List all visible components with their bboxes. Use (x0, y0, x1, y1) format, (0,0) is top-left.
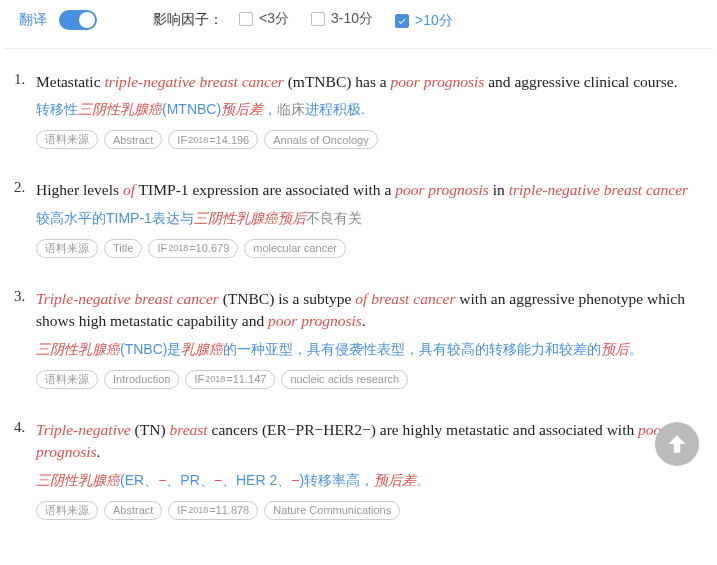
impact-factor-checkbox[interactable]: 3-10分 (311, 10, 373, 28)
chinese-translation: 三阴性乳腺癌(TNBC)是乳腺癌的一种亚型，具有侵袭性表型，具有较高的转移能力和… (36, 339, 695, 360)
tag-journal[interactable]: Nature Communications (264, 501, 400, 520)
tag-if[interactable]: IF2018=10.679 (148, 239, 238, 258)
result-tags: 语料来源IntroductionIF2018=11.147nucleic aci… (36, 370, 695, 389)
english-sentence: Metastatic triple-negative breast cancer… (36, 71, 695, 93)
result-body: Metastatic triple-negative breast cancer… (36, 71, 695, 149)
result-item: 3.Triple-negative breast cancer (TNBC) i… (14, 274, 695, 405)
tag-section[interactable]: Abstract (104, 501, 162, 520)
result-number: 4. (14, 419, 36, 520)
tag-source[interactable]: 语料来源 (36, 370, 98, 389)
tag-source[interactable]: 语料来源 (36, 239, 98, 258)
result-tags: 语料来源AbstractIF2018=11.878Nature Communic… (36, 501, 695, 520)
results-list: 1.Metastatic triple-negative breast canc… (4, 49, 713, 536)
chinese-translation: 较高水平的TIMP-1表达与三阴性乳腺癌预后不良有关 (36, 208, 695, 229)
checkbox-icon (395, 14, 409, 28)
tag-section[interactable]: Title (104, 239, 142, 258)
filter-topbar: 翻译 影响因子： <3分3-10分>10分 (4, 0, 713, 49)
tag-if[interactable]: IF2018=11.147 (185, 370, 275, 389)
checkbox-label: <3分 (259, 10, 289, 28)
arrow-up-icon (664, 431, 690, 457)
english-sentence: Higher levels of TIMP-1 expression are a… (36, 179, 695, 201)
tag-source[interactable]: 语料来源 (36, 130, 98, 149)
tag-journal[interactable]: Annals of Oncology (264, 130, 377, 149)
result-item: 4.Triple-negative (TN) breast cancers (E… (14, 405, 695, 536)
result-item: 1.Metastatic triple-negative breast canc… (14, 57, 695, 165)
result-number: 1. (14, 71, 36, 149)
tag-section[interactable]: Introduction (104, 370, 179, 389)
checkbox-label: 3-10分 (331, 10, 373, 28)
translate-toggle[interactable] (59, 10, 97, 30)
tag-journal[interactable]: nucleic acids research (281, 370, 408, 389)
chinese-translation: 三阴性乳腺癌(ER、−、PR、−、HER 2、−)转移率高，预后差。 (36, 470, 695, 491)
tag-if[interactable]: IF2018=11.878 (168, 501, 258, 520)
checkbox-icon (311, 12, 325, 26)
result-body: Higher levels of TIMP-1 expression are a… (36, 179, 695, 257)
result-tags: 语料来源AbstractIF2018=14.196Annals of Oncol… (36, 130, 695, 149)
impact-factor-checkbox[interactable]: <3分 (239, 10, 289, 28)
impact-factor-options: <3分3-10分>10分 (239, 10, 475, 30)
scroll-top-button[interactable] (655, 422, 699, 466)
tag-if[interactable]: IF2018=14.196 (168, 130, 258, 149)
result-tags: 语料来源TitleIF2018=10.679molecular cancer (36, 239, 695, 258)
result-body: Triple-negative (TN) breast cancers (ER−… (36, 419, 695, 520)
tag-source[interactable]: 语料来源 (36, 501, 98, 520)
translate-label: 翻译 (19, 11, 47, 29)
result-item: 2.Higher levels of TIMP-1 expression are… (14, 165, 695, 273)
checkbox-label: >10分 (415, 12, 453, 30)
result-body: Triple-negative breast cancer (TNBC) is … (36, 288, 695, 389)
result-number: 3. (14, 288, 36, 389)
tag-journal[interactable]: molecular cancer (244, 239, 346, 258)
tag-section[interactable]: Abstract (104, 130, 162, 149)
impact-factor-label: 影响因子： (153, 11, 223, 29)
impact-factor-checkbox[interactable]: >10分 (395, 12, 453, 30)
english-sentence: Triple-negative breast cancer (TNBC) is … (36, 288, 695, 333)
checkbox-icon (239, 12, 253, 26)
english-sentence: Triple-negative (TN) breast cancers (ER−… (36, 419, 695, 464)
result-number: 2. (14, 179, 36, 257)
chinese-translation: 转移性三阴性乳腺癌(MTNBC)预后差，临床进程积极. (36, 99, 695, 120)
